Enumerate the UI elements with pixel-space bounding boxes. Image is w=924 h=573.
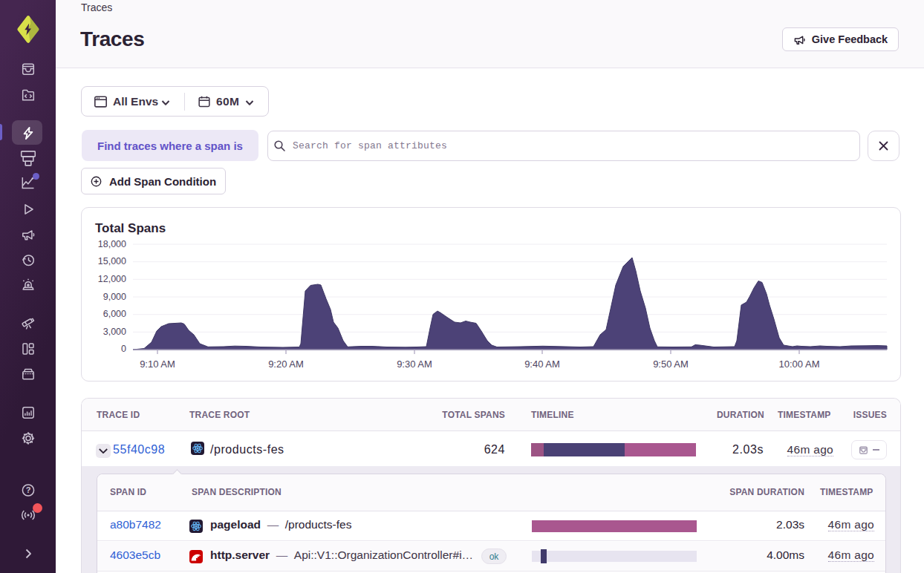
- svg-text:?: ?: [25, 485, 30, 494]
